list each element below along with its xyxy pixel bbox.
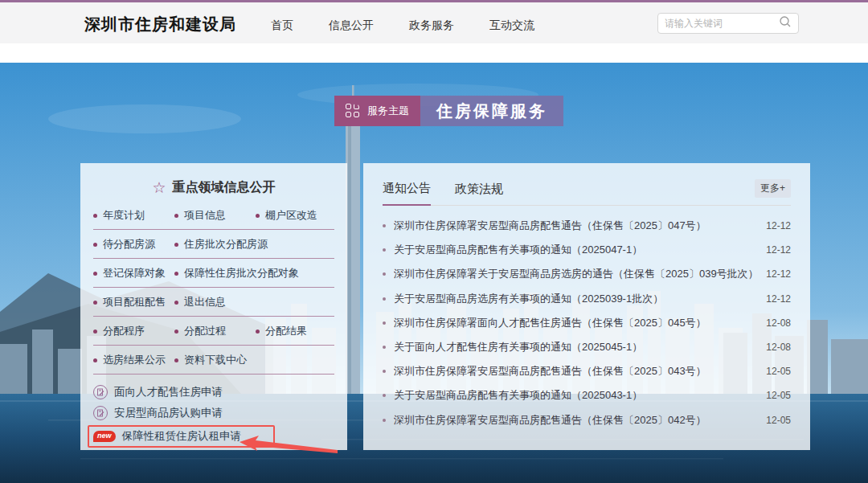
link-row: 项目配租配售 退出信息	[93, 288, 334, 316]
apply-anju-housing[interactable]: 安居型商品房认购申请	[93, 403, 334, 424]
link-exit-info[interactable]: 退出信息	[174, 295, 226, 309]
service-theme-label-wrap: 服务主题	[334, 96, 420, 126]
bullet-icon	[93, 330, 97, 334]
nav-interaction[interactable]: 互动交流	[489, 18, 534, 33]
link-selection-result[interactable]: 选房结果公示	[93, 353, 173, 367]
link-registered-targets[interactable]: 登记保障对象	[93, 266, 173, 280]
notice-tabs: 通知公告 政策法规 更多+	[383, 163, 791, 206]
bullet-icon	[174, 272, 178, 276]
news-item[interactable]: 深圳市住房保障署安居型商品房配售通告（住保售〔2025〕043号）12-05	[383, 359, 791, 383]
tab-policies[interactable]: 政策法规	[455, 182, 503, 205]
bullet-icon	[174, 358, 178, 362]
grid-icon	[346, 104, 360, 118]
bullet-icon	[383, 248, 386, 252]
service-theme-label: 服务主题	[367, 104, 409, 118]
link-row: 分配程序 分配过程 分配结果	[93, 317, 334, 345]
bullet-icon	[93, 301, 97, 305]
link-download-center[interactable]: 资料下载中心	[174, 353, 247, 367]
divider	[93, 374, 334, 375]
news-item[interactable]: 深圳市住房保障署关于安居型商品房选房的通告（住保售〔2025〕039号批次）12…	[383, 262, 791, 286]
news-item[interactable]: 深圳市住房保障署安居型商品房配售通告（住保售〔2025〕047号）12-12	[383, 214, 791, 238]
news-list: 深圳市住房保障署安居型商品房配售通告（住保售〔2025〕047号）12-12 关…	[383, 214, 791, 432]
link-annual-plan[interactable]: 年度计划	[93, 208, 173, 223]
site-header: 深圳市住房和建设局 首页 信息公开 政务服务 互动交流	[0, 2, 868, 43]
bullet-icon	[383, 346, 386, 349]
main-nav: 首页 信息公开 政务服务 互动交流	[271, 18, 534, 33]
link-project-rent-sale[interactable]: 项目配租配售	[93, 295, 173, 309]
link-pending-housing[interactable]: 待分配房源	[93, 237, 173, 252]
link-batch-housing[interactable]: 住房批次分配房源	[174, 237, 268, 252]
bullet-icon	[383, 321, 386, 325]
bullet-icon	[174, 243, 178, 247]
apply-talent-housing[interactable]: 面向人才配售住房申请	[93, 382, 334, 403]
tab-notices[interactable]: 通知公告	[383, 181, 431, 206]
bullet-icon	[383, 297, 386, 301]
page-title: 住房保障服务	[420, 96, 563, 126]
link-row: 选房结果公示 资料下载中心	[93, 346, 334, 374]
star-icon: ☆	[152, 180, 166, 195]
nav-government-services[interactable]: 政务服务	[409, 18, 454, 33]
link-shantytown-renewal[interactable]: 棚户区改造	[256, 208, 317, 223]
search-input[interactable]	[665, 18, 779, 29]
new-badge-icon: new	[93, 431, 116, 442]
notice-panel: 通知公告 政策法规 更多+ 深圳市住房保障署安居型商品房配售通告（住保售〔202…	[363, 163, 810, 450]
apply-rental-housing[interactable]: new 保障性租赁住房认租申请	[93, 429, 241, 444]
apply-doc-icon	[93, 406, 108, 420]
news-item[interactable]: 关于安居型商品房选房有关事项的通知（2025039-1批次）12-12	[383, 287, 791, 311]
apply-doc-icon	[93, 385, 108, 399]
service-theme-badge: 服务主题 住房保障服务	[334, 96, 563, 126]
link-row: 登记保障对象 保障性住房批次分配对象	[93, 259, 334, 287]
bullet-icon	[256, 330, 260, 334]
site-logo: 深圳市住房和建设局	[84, 14, 236, 35]
nav-info-disclosure[interactable]: 信息公开	[329, 18, 374, 33]
link-batch-allocation-targets[interactable]: 保障性住房批次分配对象	[174, 266, 299, 280]
bullet-icon	[383, 370, 386, 373]
link-row: 年度计划 项目信息 棚户区改造	[93, 201, 334, 229]
news-item[interactable]: 关于面向人才配售住房有关事项的通知（2025045-1）12-08	[383, 335, 791, 359]
page: 深圳市住房和建设局 首页 信息公开 政务服务 互动交流	[0, 0, 868, 483]
key-info-heading: 重点领域信息公开	[173, 179, 276, 196]
link-project-info[interactable]: 项目信息	[174, 208, 254, 223]
more-button[interactable]: 更多+	[755, 179, 791, 198]
bullet-icon	[383, 394, 386, 397]
bullet-icon	[93, 272, 97, 276]
news-item[interactable]: 深圳市住房保障署面向人才配售住房通告（住保售〔2025〕045号）12-08	[383, 311, 791, 335]
bullet-icon	[256, 214, 260, 218]
bullet-icon	[174, 330, 178, 334]
search-box[interactable]	[657, 13, 799, 34]
link-allocation-process[interactable]: 分配过程	[174, 324, 254, 338]
annotation-highlight-box: new 保障性租赁住房认租申请	[88, 425, 275, 448]
key-info-panel: ☆ 重点领域信息公开 年度计划 项目信息 棚户区改造 待分配房源 住房批次分配房…	[80, 163, 347, 450]
news-item[interactable]: 关于安居型商品房配售有关事项的通知（2025047-1）12-12	[383, 238, 791, 262]
search-icon[interactable]	[779, 15, 792, 31]
bullet-icon	[174, 214, 178, 218]
link-allocation-procedure[interactable]: 分配程序	[93, 324, 173, 338]
news-item[interactable]: 关于安居型商品房配售有关事项的通知（2025043-1）12-05	[383, 383, 791, 407]
news-item[interactable]: 深圳市住房保障署安居型商品房配售通告（住保售〔2025〕042号）12-05	[383, 408, 791, 432]
apply-links: 面向人才配售住房申请 安居型商品房认购申请 new 保障性租赁住房认租申请	[93, 382, 334, 448]
bullet-icon	[383, 419, 386, 422]
bullet-icon	[383, 272, 386, 276]
bullet-icon	[93, 358, 97, 362]
nav-home[interactable]: 首页	[271, 18, 293, 33]
link-row: 待分配房源 住房批次分配房源	[93, 230, 334, 258]
bullet-icon	[93, 214, 97, 218]
link-allocation-result[interactable]: 分配结果	[256, 324, 307, 338]
hero-section: 服务主题 住房保障服务 ☆ 重点领域信息公开 年度计划 项目信息 棚户区改造 待…	[0, 63, 868, 483]
bullet-icon	[383, 224, 386, 227]
bullet-icon	[93, 243, 97, 247]
key-info-heading-row: ☆ 重点领域信息公开	[93, 179, 334, 196]
bullet-icon	[174, 301, 178, 305]
